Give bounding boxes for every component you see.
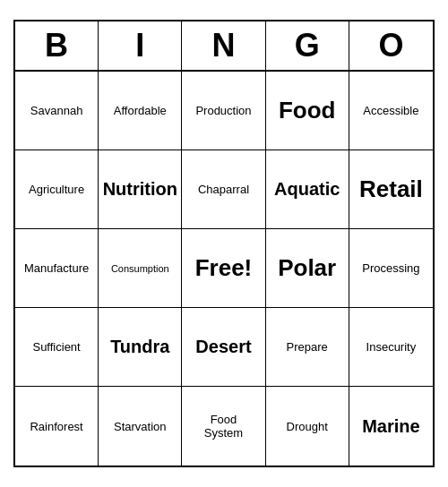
bingo-cell: Marine [349,387,433,466]
bingo-header-letter: I [99,21,182,70]
bingo-cell: Aquatic [266,150,349,229]
bingo-cell: Nutrition [99,150,182,229]
bingo-cell: Prepare [266,308,349,387]
bingo-cell: Accessible [349,72,433,150]
bingo-header-letter: G [266,21,349,70]
bingo-cell: Consumption [99,229,182,308]
bingo-cell: Insecurity [349,308,433,387]
bingo-cell: Starvation [99,387,182,466]
bingo-cell: Food [266,72,349,150]
bingo-header-letter: N [182,21,265,70]
bingo-cell: Affordable [99,72,182,150]
bingo-cell: Sufficient [15,308,99,387]
bingo-cell: Processing [349,229,433,308]
bingo-cell: FoodSystem [182,387,265,466]
bingo-cell: Manufacture [15,229,99,308]
bingo-cell: Polar [266,229,349,308]
bingo-cell: Agriculture [15,150,99,229]
bingo-grid: SavannahAffordableProductionFoodAccessib… [15,72,433,466]
bingo-cell: Drought [266,387,349,466]
bingo-cell: Free! [182,229,265,308]
bingo-cell: Retail [349,150,433,229]
bingo-cell: Rainforest [15,387,99,466]
bingo-header-letter: B [15,21,99,70]
bingo-header: BINGO [15,21,433,72]
bingo-card: BINGO SavannahAffordableProductionFoodAc… [13,20,435,467]
bingo-cell: Desert [182,308,265,387]
bingo-cell: Savannah [15,72,99,150]
bingo-cell: Tundra [99,308,182,387]
bingo-header-letter: O [349,21,433,70]
bingo-cell: Production [182,72,265,150]
bingo-cell: Chaparral [182,150,265,229]
